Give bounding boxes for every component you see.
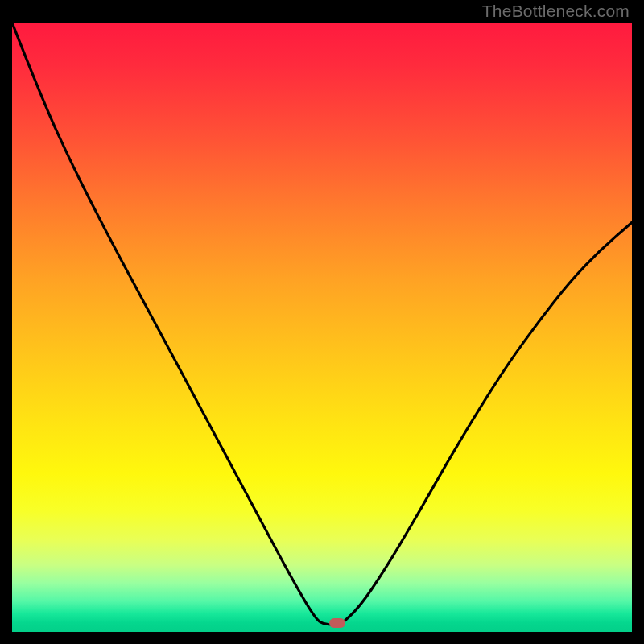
chart-frame: TheBottleneck.com xyxy=(0,0,644,644)
curve-path xyxy=(12,23,632,625)
minimum-marker xyxy=(329,618,345,628)
bottleneck-curve xyxy=(12,23,632,632)
plot-area xyxy=(12,23,632,632)
watermark-text: TheBottleneck.com xyxy=(482,2,630,21)
